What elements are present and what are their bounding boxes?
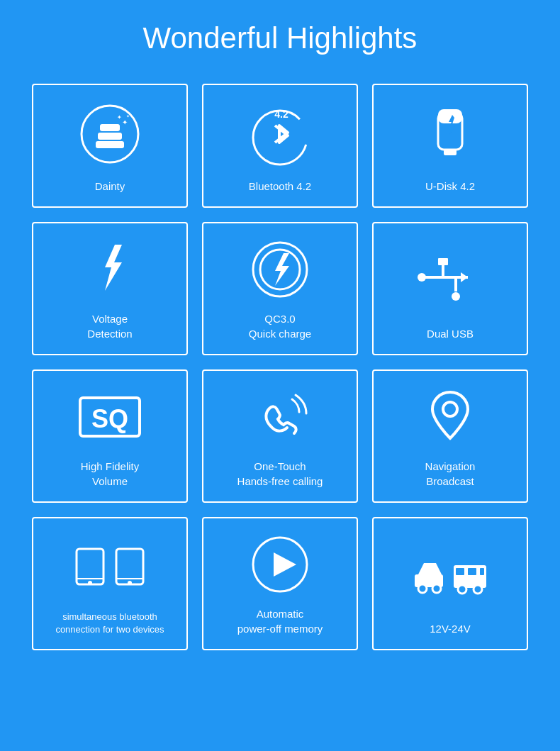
svg-point-32: [128, 581, 132, 585]
udisk-label: U-Disk 4.2: [425, 179, 475, 194]
svg-text:SQ: SQ: [91, 404, 128, 433]
dualusb-icon: [415, 238, 486, 316]
bt2devices-icon: [71, 533, 149, 601]
svg-text:✦: ✦: [117, 114, 122, 121]
svg-point-36: [418, 584, 427, 593]
bluetooth-label: Bluetooth 4.2: [249, 179, 311, 194]
card-dainty: ✦ ✦ ✦ Dainty: [32, 84, 188, 208]
card-12v24v: 12V-24V: [372, 517, 528, 650]
svg-marker-22: [461, 272, 468, 282]
dualusb-label: Dual USB: [427, 326, 474, 341]
12v24v-label: 12V-24V: [430, 621, 471, 636]
udisk-icon: [425, 99, 475, 169]
svg-text:4.2: 4.2: [274, 109, 289, 120]
svg-rect-3: [100, 124, 120, 131]
hifi-label: High FidelityVolume: [81, 459, 140, 489]
svg-marker-34: [274, 552, 296, 577]
handsfree-icon: [248, 385, 312, 449]
svg-rect-19: [438, 258, 448, 265]
svg-point-26: [443, 402, 457, 416]
page-title: Wonderful Highlights: [143, 21, 418, 55]
card-qc30: QC3.0Quick charge: [202, 222, 358, 355]
svg-point-21: [452, 292, 460, 301]
card-navigation: NavigationBroadcast: [372, 369, 528, 503]
card-poweroff: Automaticpower-off memory: [202, 517, 358, 650]
handsfree-label: One-TouchHands-free calling: [237, 459, 323, 489]
svg-marker-13: [105, 245, 122, 291]
poweroff-label: Automaticpower-off memory: [237, 606, 323, 636]
svg-point-37: [432, 584, 441, 593]
svg-point-42: [458, 585, 466, 594]
svg-rect-40: [468, 568, 476, 575]
features-grid: ✦ ✦ ✦ Dainty 4.2 Bluetooth 4.2: [32, 84, 528, 650]
svg-point-23: [418, 273, 426, 282]
dainty-label: Dainty: [95, 179, 125, 194]
qc30-icon: [248, 238, 312, 301]
card-voltage: VoltageDetection: [32, 222, 188, 355]
bluetooth-icon: 4.2: [248, 99, 312, 169]
12v24v-icon: [411, 533, 489, 611]
svg-marker-16: [275, 253, 289, 286]
hifi-icon: SQ: [74, 385, 145, 449]
svg-point-29: [88, 581, 92, 585]
svg-rect-1: [96, 141, 124, 148]
card-dualusb: Dual USB: [372, 222, 528, 355]
svg-text:✦: ✦: [122, 118, 128, 126]
bt2devices-label: simultaneous bluetoothconnection for two…: [55, 611, 164, 636]
svg-rect-41: [480, 568, 484, 575]
card-bluetooth: 4.2 Bluetooth 4.2: [202, 84, 358, 208]
svg-rect-2: [98, 133, 122, 140]
voltage-icon: [85, 238, 135, 301]
svg-rect-12: [444, 150, 457, 155]
card-bt2devices: simultaneous bluetoothconnection for two…: [32, 517, 188, 650]
card-udisk: U-Disk 4.2: [372, 84, 528, 208]
card-hifi: SQ High FidelityVolume: [32, 369, 188, 503]
dainty-icon: ✦ ✦ ✦: [78, 99, 142, 169]
poweroff-icon: [248, 533, 312, 596]
svg-rect-39: [456, 568, 464, 575]
navigation-label: NavigationBroadcast: [425, 459, 476, 489]
card-handsfree: One-TouchHands-free calling: [202, 369, 358, 503]
svg-text:✦: ✦: [126, 114, 130, 118]
svg-point-43: [474, 585, 482, 594]
navigation-icon: [422, 385, 478, 449]
voltage-label: VoltageDetection: [87, 311, 132, 341]
qc30-label: QC3.0Quick charge: [249, 311, 311, 341]
